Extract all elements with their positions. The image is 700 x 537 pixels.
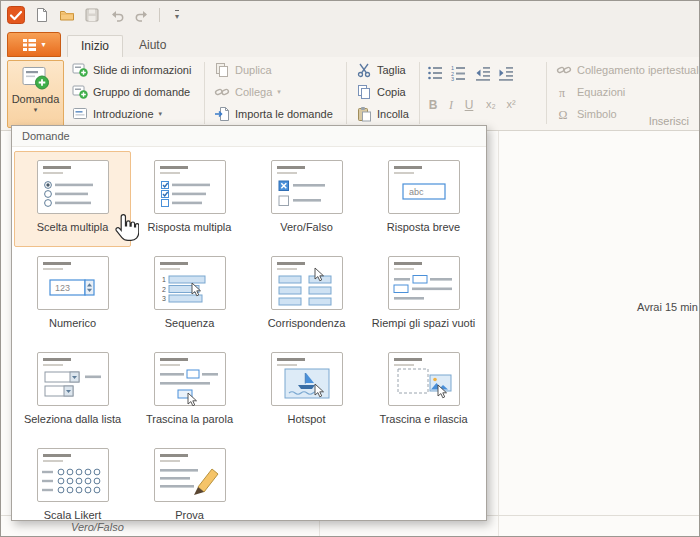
introduzione-label: Introduzione	[93, 108, 154, 120]
add-group-icon	[72, 84, 88, 100]
hotspot-icon	[271, 352, 343, 406]
svg-text:123: 123	[55, 283, 70, 293]
tile-seleziona-dalla-lista[interactable]: Seleziona dalla lista	[14, 343, 131, 439]
likert-icon	[37, 448, 109, 502]
hyperlink-button[interactable]: Collegamento ipertestuale	[553, 60, 700, 80]
group-separator	[546, 62, 547, 124]
tab-inizio[interactable]: Inizio	[67, 35, 123, 57]
incolla-button[interactable]: Incolla	[353, 104, 412, 124]
open-button[interactable]	[56, 4, 78, 26]
slide-info-label: Slide di informazioni	[93, 64, 191, 76]
incolla-label: Incolla	[377, 108, 409, 120]
tile-scala-likert[interactable]: Scala Likert	[14, 439, 131, 521]
bullet-list-button[interactable]	[425, 63, 445, 83]
equazioni-button[interactable]: π Equazioni	[553, 82, 628, 102]
true-false-icon	[271, 160, 343, 214]
tile-riempi-gli-spazi-vuoti[interactable]: Riempi gli spazi vuoti	[365, 247, 482, 343]
omega-symbol-icon: Ω	[556, 106, 572, 122]
chevron-down-icon: ▾	[41, 40, 45, 49]
tile-hotspot[interactable]: Hotspot	[248, 343, 365, 439]
import-icon	[214, 106, 230, 122]
redo-button[interactable]	[131, 4, 153, 26]
multiple-response-icon	[154, 160, 226, 214]
tab-aiuto[interactable]: Aiuto	[126, 35, 179, 57]
menu-title: Domande	[12, 126, 486, 147]
taglia-label: Taglia	[377, 64, 406, 76]
scissors-icon	[356, 62, 372, 78]
superscript-button[interactable]: x²	[503, 98, 519, 110]
tile-label: Scala Likert	[44, 509, 101, 521]
drag-word-icon	[154, 352, 226, 406]
duplica-label: Duplica	[235, 64, 272, 76]
fill-blanks-icon	[388, 256, 460, 310]
column-divider	[498, 131, 499, 537]
question-type-menu: Domande Scelta multiplaRisposta multipla…	[11, 125, 487, 521]
app-menu-button[interactable]: ▾	[7, 32, 61, 57]
underline-button[interactable]: U	[461, 98, 477, 112]
taglia-button[interactable]: Taglia	[353, 60, 409, 80]
customize-toolbar-button[interactable]: ▾	[166, 4, 188, 26]
svg-text:Ω: Ω	[559, 108, 568, 122]
importa-domande-button[interactable]: Importa le domande	[211, 104, 336, 124]
tile-numerico[interactable]: 123Numerico	[14, 247, 131, 343]
svg-text:2: 2	[162, 286, 166, 293]
add-slide-icon	[72, 62, 88, 78]
tile-label: Corrispondenza	[268, 317, 346, 329]
tile-trascina-la-parola[interactable]: Trascina la parola	[131, 343, 248, 439]
tile-label: Riempi gli spazi vuoti	[372, 317, 475, 329]
tile-risposta-multipla[interactable]: Risposta multipla	[131, 151, 248, 247]
intro-slide-icon	[72, 106, 88, 122]
group-separator	[346, 62, 347, 124]
tile-label: Numerico	[49, 317, 96, 329]
tile-prova[interactable]: Prova	[131, 439, 248, 521]
question-type-grid: Scelta multiplaRisposta multiplaVero/Fal…	[12, 147, 486, 521]
svg-text:π: π	[559, 86, 565, 100]
multiple-choice-icon	[37, 160, 109, 214]
drag-drop-icon	[388, 352, 460, 406]
domanda-button[interactable]: Domanda ▾	[7, 60, 64, 128]
tile-sequenza[interactable]: 123Sequenza	[131, 247, 248, 343]
copia-button[interactable]: Copia	[353, 82, 409, 102]
duplica-button[interactable]: Duplica	[211, 60, 275, 80]
tile-label: Risposta breve	[387, 221, 460, 233]
decrease-indent-button[interactable]	[473, 63, 493, 83]
question-group-button[interactable]: Gruppo di domande	[69, 82, 193, 102]
subscript-button[interactable]: x₂	[483, 98, 499, 110]
copia-label: Copia	[377, 86, 406, 98]
svg-text:3: 3	[451, 76, 454, 81]
tile-label: Prova	[175, 509, 204, 521]
tile-label: Trascina e rilascia	[379, 413, 467, 425]
chevron-down-icon: ▾	[159, 110, 163, 118]
hyperlink-icon	[556, 62, 572, 78]
slide-info-button[interactable]: Slide di informazioni	[69, 60, 194, 80]
tab-bar: ▾ Inizio Aiuto	[1, 29, 699, 57]
svg-text:1: 1	[162, 276, 166, 283]
short-answer-icon: abc	[388, 160, 460, 214]
pi-equation-icon: π	[556, 84, 572, 100]
ribbon: Domanda ▾ Slide di informazioni Gruppo d…	[1, 57, 700, 131]
equazioni-label: Equazioni	[577, 86, 625, 98]
group-separator	[419, 62, 420, 124]
paste-icon	[356, 106, 372, 122]
select-list-icon	[37, 352, 109, 406]
tile-label: Hotspot	[288, 413, 326, 425]
tile-risposta-breve[interactable]: abcRisposta breve	[365, 151, 482, 247]
increase-indent-button[interactable]	[496, 63, 516, 83]
bold-button[interactable]: B	[425, 98, 441, 112]
simbolo-button[interactable]: Ω Simbolo	[553, 104, 620, 124]
new-document-button[interactable]	[31, 4, 53, 26]
chevron-down-icon: ▾	[277, 88, 281, 96]
introduzione-button[interactable]: Introduzione ▾	[69, 104, 165, 124]
tile-corrispondenza[interactable]: Corrispondenza	[248, 247, 365, 343]
tile-label: Scelta multipla	[37, 221, 109, 233]
svg-text:3: 3	[162, 295, 166, 302]
collega-button[interactable]: Collega ▾	[211, 82, 284, 102]
tile-vero-falso[interactable]: Vero/Falso	[248, 151, 365, 247]
undo-button[interactable]	[106, 4, 128, 26]
tile-trascina-e-rilascia[interactable]: Trascina e rilascia	[365, 343, 482, 439]
menu-grid-icon	[22, 37, 37, 52]
domanda-label: Domanda	[12, 93, 60, 105]
save-button[interactable]	[81, 4, 103, 26]
numbered-list-button[interactable]: 123	[448, 63, 468, 83]
italic-button[interactable]: I	[443, 98, 459, 113]
